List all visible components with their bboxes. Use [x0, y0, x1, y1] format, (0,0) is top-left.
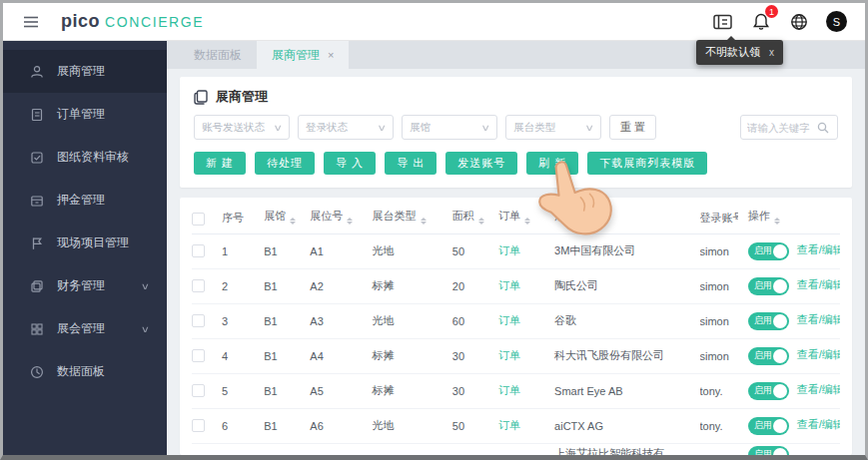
chevron-down-icon: ∨: [141, 324, 150, 334]
exhibitor-icon: [30, 65, 44, 79]
sidebar-item-label: 押金管理: [57, 192, 105, 209]
row-checkbox[interactable]: [192, 349, 205, 362]
col-header-exhibitor-name[interactable]: 展商名: [554, 204, 699, 233]
select-placeholder: 展馆: [410, 121, 431, 135]
reset-button[interactable]: 重 置: [609, 115, 656, 140]
sidebar-item-finance-mgmt[interactable]: 财务管理 ∨: [3, 264, 167, 307]
notification-badge: 1: [765, 5, 778, 18]
order-link[interactable]: 订单: [498, 384, 520, 396]
filter-hall[interactable]: 展馆 ∨: [402, 115, 497, 140]
language-globe-icon[interactable]: [788, 11, 809, 32]
sidebar-item-exhibition-mgmt[interactable]: 展会管理 ∨: [3, 307, 167, 350]
hamburger-menu-icon[interactable]: [23, 15, 39, 29]
table-row: 3B1A3 光地60 订单 谷歌 simon 启用查看/编辑: [192, 303, 840, 338]
sidebar-item-order-mgmt[interactable]: 订单管理: [3, 93, 167, 136]
enable-toggle[interactable]: 启用: [748, 382, 789, 400]
enable-toggle[interactable]: 启用: [748, 242, 789, 260]
page-title: 展商管理: [216, 88, 268, 106]
select-placeholder: 账号发送状态: [202, 121, 265, 135]
enable-toggle[interactable]: 启用: [748, 446, 789, 456]
view-edit-link[interactable]: 查看/编辑: [797, 313, 840, 325]
toggle-knob: [773, 349, 787, 363]
drawing-review-icon: [30, 151, 44, 165]
tab-data-panel[interactable]: 数据面板: [179, 41, 257, 69]
view-edit-link[interactable]: 查看/编辑: [797, 418, 840, 430]
enable-toggle[interactable]: 启用: [748, 312, 789, 330]
order-link[interactable]: 订单: [498, 349, 520, 361]
filters-panel: 展商管理 账号发送状态 ∨ 登录状态 ∨ 展馆 ∨: [180, 77, 852, 188]
chevron-down-icon: ∨: [585, 123, 595, 133]
col-header-login-account[interactable]: 登录账号: [700, 204, 738, 233]
col-header-booth[interactable]: 展位号: [310, 204, 372, 233]
row-checkbox[interactable]: [192, 419, 205, 432]
sidebar-item-label: 订单管理: [57, 106, 105, 123]
sidebar-item-drawing-review[interactable]: 图纸资料审核: [3, 136, 167, 179]
col-header-order[interactable]: 订单: [498, 204, 554, 233]
export-button[interactable]: 导 出: [385, 152, 436, 175]
tooltip-close-icon[interactable]: x: [769, 47, 774, 58]
sidebar-item-label: 财务管理: [57, 277, 105, 294]
pending-button[interactable]: 待处理: [255, 152, 315, 175]
download-exhibitor-template-button[interactable]: 下载展商列表模版: [587, 152, 707, 175]
order-link[interactable]: 订单: [498, 314, 520, 326]
row-checkbox[interactable]: [192, 384, 205, 397]
sort-icon[interactable]: [347, 215, 353, 228]
search-icon[interactable]: [817, 122, 829, 134]
main-area: 数据面板 展商管理 × 展商管理 账号发送状态: [167, 41, 865, 455]
sidebar-item-exhibitor-mgmt[interactable]: 展商管理: [3, 50, 167, 93]
keyword-search-input[interactable]: [747, 122, 817, 134]
view-edit-link[interactable]: 查看/编辑: [797, 243, 840, 255]
exhibitor-table: 序号 展馆 展位号 展台类型 面积 订单 展商名 登录账号 操作: [192, 204, 840, 455]
sidebar-item-onsite-project-mgmt[interactable]: 现场项目管理: [3, 222, 167, 264]
table-row: 5B1A5 标摊30 订单 Smart Eye AB tony. 启用查看/编辑: [192, 373, 840, 408]
view-edit-link[interactable]: 查看/编辑: [797, 383, 840, 395]
tab-close-icon[interactable]: ×: [328, 49, 334, 61]
tab-exhibitor-mgmt[interactable]: 展商管理 ×: [257, 41, 349, 69]
col-header-hall[interactable]: 展馆: [264, 204, 310, 233]
new-button[interactable]: 新 建: [194, 152, 246, 175]
select-all-checkbox[interactable]: [192, 213, 205, 226]
claims-icon[interactable]: [712, 11, 733, 32]
enable-toggle[interactable]: 启用: [748, 417, 789, 435]
user-avatar[interactable]: S: [826, 11, 847, 32]
table-row: 1B1A1 光地50 订单 3M中国有限公司 simon 启用查看/编辑: [192, 233, 840, 268]
table-row: 2B1A2 标摊20 订单 陶氏公司 simon 启用查看/编辑: [192, 268, 840, 303]
sort-icon[interactable]: [290, 215, 296, 228]
view-edit-link[interactable]: 查看/编辑: [797, 348, 840, 360]
filter-account-send-status[interactable]: 账号发送状态 ∨: [194, 115, 290, 140]
import-button[interactable]: 导 入: [324, 152, 376, 175]
view-edit-link[interactable]: 查看/编辑: [797, 278, 840, 290]
sort-icon[interactable]: [524, 215, 530, 228]
order-link[interactable]: 订单: [498, 279, 520, 291]
col-header-area[interactable]: 面积: [452, 204, 498, 233]
send-account-button[interactable]: 发送账号: [445, 152, 517, 175]
notification-bell-icon[interactable]: 1: [750, 11, 771, 32]
col-header-operation[interactable]: 操作: [738, 204, 840, 233]
select-placeholder: 登录状态: [306, 121, 348, 135]
filter-login-status[interactable]: 登录状态 ∨: [298, 115, 394, 140]
order-link[interactable]: 订单: [498, 419, 520, 431]
order-link[interactable]: 订单: [498, 244, 520, 256]
finance-icon: [30, 279, 44, 293]
refresh-button[interactable]: 刷 新: [526, 152, 578, 175]
table-header-row: 序号 展馆 展位号 展台类型 面积 订单 展商名 登录账号 操作: [192, 204, 840, 233]
sort-icon[interactable]: [421, 215, 427, 228]
sort-icon[interactable]: [774, 215, 780, 228]
enable-toggle[interactable]: 启用: [748, 277, 789, 295]
sidebar-item-deposit-mgmt[interactable]: 押金管理: [3, 179, 167, 222]
toggle-knob: [773, 384, 787, 398]
row-checkbox[interactable]: [192, 244, 205, 257]
table-row: 6B1A6 光地50 订单 aiCTX AG tony. 启用查看/编辑: [192, 408, 840, 443]
row-checkbox[interactable]: [192, 314, 205, 327]
enable-toggle[interactable]: 启用: [748, 347, 789, 365]
claims-tooltip: 不明款认领 x: [696, 40, 783, 65]
sort-icon[interactable]: [478, 215, 484, 228]
toggle-knob: [773, 314, 787, 328]
sidebar-item-data-panel[interactable]: 数据面板: [3, 350, 167, 393]
sort-icon[interactable]: [591, 215, 597, 228]
table-row: 4B1A4 标摊30 订单 科大讯飞股份有限公司 simon 启用查看/编辑: [192, 338, 840, 373]
filter-booth-type[interactable]: 展台类型 ∨: [505, 115, 601, 140]
row-checkbox[interactable]: [192, 279, 205, 292]
col-header-booth-type[interactable]: 展台类型: [373, 204, 452, 233]
app-logo: pico CONCIERGE: [61, 11, 204, 32]
